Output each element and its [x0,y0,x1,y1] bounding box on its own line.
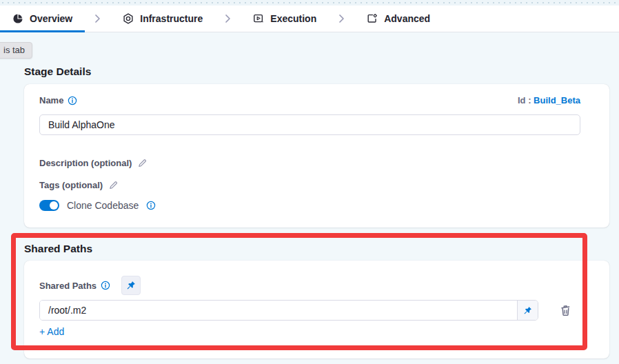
overview-icon [12,13,23,24]
tooltip-fragment: is tab [0,42,32,59]
tags-label: Tags (optional) [39,180,103,190]
pin-input-type-button[interactable] [517,301,538,320]
edit-pencil-icon[interactable] [137,158,148,168]
tab-advanced-label: Advanced [384,13,430,24]
edit-pencil-icon[interactable] [108,180,119,190]
pin-fixed-value-button[interactable] [121,276,141,295]
clone-codebase-toggle[interactable] [39,200,59,211]
execution-icon [253,13,264,24]
tab-infrastructure-label: Infrastructure [140,13,203,24]
stage-name-input[interactable] [39,114,580,135]
shared-paths-label: Shared Paths [39,281,97,291]
pipeline-canvas-strip [0,0,619,6]
tab-advanced[interactable]: Advanced [354,6,443,32]
trash-icon [559,304,572,317]
stage-details-card: Name Id : Build_Beta Description (option… [24,84,609,228]
shared-paths-card: Shared Paths [24,261,609,358]
stage-details-heading: Stage Details [24,65,91,78]
info-icon[interactable] [68,96,77,105]
advanced-icon [367,13,378,24]
shared-paths-heading: Shared Paths [24,243,92,255]
tab-overview[interactable]: Overview [0,6,85,32]
pin-icon [126,281,136,290]
chevron-right-icon [94,14,101,23]
infrastructure-icon [123,13,134,24]
chevron-right-icon [225,14,231,23]
tab-execution[interactable]: Execution [241,6,329,32]
shared-path-field [39,300,538,321]
id-label: Id : [518,95,531,105]
description-label: Description (optional) [39,158,132,168]
shared-path-input[interactable] [40,301,517,320]
add-path-button[interactable]: + Add [39,326,64,337]
chevron-right-icon [338,14,345,23]
tab-overview-label: Overview [30,13,72,24]
clone-codebase-label: Clone Codebase [67,200,139,211]
tab-infrastructure[interactable]: Infrastructure [110,6,215,32]
info-icon[interactable] [146,201,156,210]
name-label: Name [39,95,63,105]
tab-execution-label: Execution [270,13,316,24]
toggle-knob [50,201,58,210]
delete-path-button[interactable] [558,303,573,318]
stage-tab-bar: Overview Infrastructure Execution [0,6,619,32]
info-icon[interactable] [101,281,110,290]
pin-icon [523,306,532,315]
id-value-link[interactable]: Build_Beta [534,95,580,105]
